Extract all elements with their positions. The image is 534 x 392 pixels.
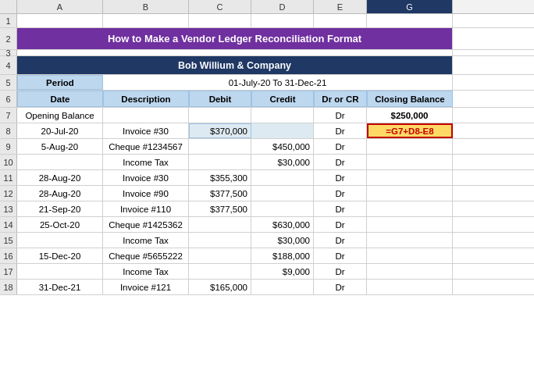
cell-8c: Invoice #30: [103, 123, 189, 138]
cell-15e: $30,000: [251, 233, 314, 248]
rownum-13: 13: [0, 201, 17, 216]
cell-3: [17, 50, 453, 55]
cell-9b: 5-Aug-20: [17, 139, 103, 154]
cell-13g: [367, 201, 453, 216]
cell-13b: 21-Sep-20: [17, 201, 103, 216]
cell-7g-closing: $250,000: [367, 108, 453, 123]
cell-12b: 28-Aug-20: [17, 186, 103, 201]
row-2: 2 How to Make a Vendor Ledger Reconcilia…: [0, 28, 534, 50]
row-4: 4 Bob Willium & Company: [0, 56, 534, 75]
rownum-17: 17: [0, 264, 17, 279]
cell-1b: [17, 14, 103, 27]
cell-1g: [367, 14, 453, 27]
rownum-5: 5: [0, 75, 17, 90]
row-9: 9 5-Aug-20 Cheque #1234567 $450,000 Dr: [0, 139, 534, 155]
cell-11b: 28-Aug-20: [17, 170, 103, 185]
cell-18e: [251, 280, 314, 294]
row-15: 15 Income Tax $30,000 Dr: [0, 233, 534, 248]
cell-10c: Income Tax: [103, 155, 189, 169]
row-6: 6 Date Description Debit Credit Dr or CR…: [0, 91, 534, 108]
cell-12f: Dr: [314, 186, 367, 201]
cell-15f: Dr: [314, 233, 367, 248]
row-14: 14 25-Oct-20 Cheque #1425362 $630,000 Dr: [0, 217, 534, 233]
period-label: Period: [17, 75, 103, 90]
col-header-rownum: [0, 0, 17, 13]
column-headers: A B C D E G: [0, 0, 534, 14]
row-7: 7 Opening Balance Dr $250,000: [0, 108, 534, 123]
cell-1f: [314, 14, 367, 27]
cell-14c: Cheque #1425362: [103, 217, 189, 232]
header-credit: Credit: [251, 91, 314, 107]
header-dr-cr: Dr or CR: [314, 91, 367, 107]
cell-10d: [189, 155, 251, 169]
cell-12d: $377,500: [189, 186, 251, 201]
cell-11e: [251, 170, 314, 185]
rownum-11: 11: [0, 170, 17, 185]
sheet-body: 1 2 How to Make a Vendor Ledger Reconcil…: [0, 14, 534, 392]
cell-7c: [103, 108, 189, 123]
cell-15g: [367, 233, 453, 248]
row-5: 5 Period 01-July-20 To 31-Dec-21: [0, 75, 534, 91]
spreadsheet: A B C D E G 1 2 How to Make a Vendor Led…: [0, 0, 534, 392]
cell-17g: [367, 264, 453, 279]
cell-13e: [251, 201, 314, 216]
rownum-2: 2: [0, 28, 17, 49]
cell-17b: [17, 264, 103, 279]
rownum-18: 18: [0, 280, 17, 294]
cell-16e: $188,000: [251, 248, 314, 263]
row-16: 16 15-Dec-20 Cheque #5655222 $188,000 Dr: [0, 248, 534, 264]
cell-1c: [103, 14, 189, 27]
rownum-4: 4: [0, 56, 17, 74]
cell-12g: [367, 186, 453, 201]
cell-18d: $165,000: [189, 280, 251, 294]
cell-12e: [251, 186, 314, 201]
cell-10g: [367, 155, 453, 169]
cell-18f: Dr: [314, 280, 367, 294]
cell-17c: Income Tax: [103, 264, 189, 279]
cell-15c: Income Tax: [103, 233, 189, 248]
cell-18b: 31-Dec-21: [17, 280, 103, 294]
cell-17e: $9,000: [251, 264, 314, 279]
cell-12c: Invoice #90: [103, 186, 189, 201]
cell-17f: Dr: [314, 264, 367, 279]
cell-7e: [251, 108, 314, 123]
cell-7f: Dr: [314, 108, 367, 123]
cell-15b: [17, 233, 103, 248]
cell-7b: Opening Balance: [17, 108, 103, 123]
row-10: 10 Income Tax $30,000 Dr: [0, 155, 534, 170]
cell-9c: Cheque #1234567: [103, 139, 189, 154]
cell-14e: $630,000: [251, 217, 314, 232]
cell-1d: [189, 14, 251, 27]
col-header-a: A: [17, 0, 103, 13]
rownum-1: 1: [0, 14, 17, 27]
row-8: 8 20-Jul-20 Invoice #30 $370,000 Dr =G7+…: [0, 123, 534, 139]
cell-14g: [367, 217, 453, 232]
header-debit: Debit: [189, 91, 251, 107]
cell-16g: [367, 248, 453, 263]
row-18: 18 31-Dec-21 Invoice #121 $165,000 Dr: [0, 280, 534, 295]
cell-11g: [367, 170, 453, 185]
cell-14b: 25-Oct-20: [17, 217, 103, 232]
col-header-f: G: [367, 0, 453, 13]
row-3: 3: [0, 50, 534, 56]
cell-16b: 15-Dec-20: [17, 248, 103, 263]
cell-7d: [189, 108, 251, 123]
row-12: 12 28-Aug-20 Invoice #90 $377,500 Dr: [0, 186, 534, 201]
rownum-12: 12: [0, 186, 17, 201]
header-date: Date: [17, 91, 103, 107]
col-header-c: C: [189, 0, 251, 13]
row-11: 11 28-Aug-20 Invoice #30 $355,300 Dr: [0, 170, 534, 186]
cell-10e: $30,000: [251, 155, 314, 169]
cell-9d: [189, 139, 251, 154]
rownum-10: 10: [0, 155, 17, 169]
rownum-16: 16: [0, 248, 17, 263]
period-value: 01-July-20 To 31-Dec-21: [103, 75, 453, 90]
cell-10b: [17, 155, 103, 169]
header-description: Description: [103, 91, 189, 107]
row-13: 13 21-Sep-20 Invoice #110 $377,500 Dr: [0, 201, 534, 217]
cell-14f: Dr: [314, 217, 367, 232]
cell-8b: 20-Jul-20: [17, 123, 103, 138]
cell-9f: Dr: [314, 139, 367, 154]
cell-11c: Invoice #30: [103, 170, 189, 185]
title-cell: How to Make a Vendor Ledger Reconciliati…: [17, 28, 453, 49]
